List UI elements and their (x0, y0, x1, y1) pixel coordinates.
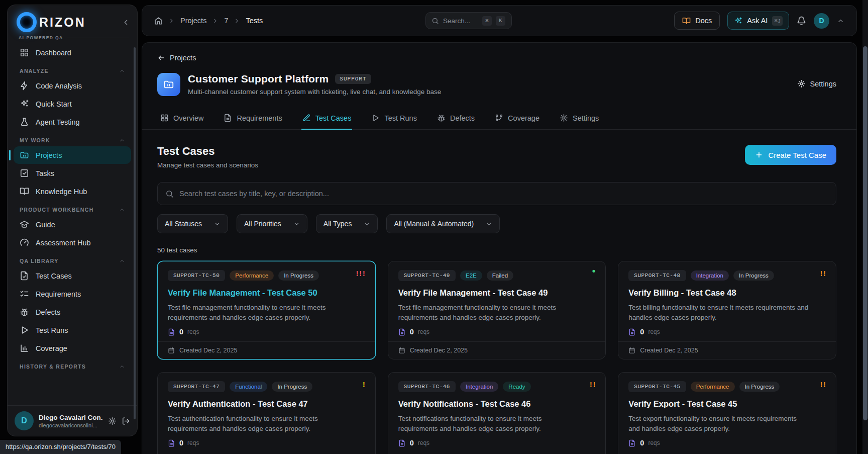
sidebar-scrollbar[interactable] (134, 47, 136, 419)
sidebar-item-projects[interactable]: Projects (14, 146, 131, 164)
case-title[interactable]: Verify Authentication - Test Case 47 (168, 399, 365, 409)
sidebar-section-qa-library[interactable]: QA LIBRARY (14, 252, 131, 266)
chevron-right-icon (212, 18, 219, 24)
case-title[interactable]: Verify File Management - Test Case 49 (398, 288, 596, 298)
test-case-card[interactable]: SUPPORT-TC-49 E2E Failed • Verify File M… (388, 261, 606, 359)
tab-requirements[interactable]: Requirements (223, 108, 283, 130)
case-key-badge: SUPPORT-TC-47 (168, 381, 225, 392)
ask-ai-label: Ask AI (747, 17, 768, 25)
filters-row: All Statuses All Priorities All Types Al… (157, 214, 836, 233)
sidebar-item-label: Quick Start (36, 100, 72, 108)
tab-test-runs[interactable]: Test Runs (370, 108, 417, 130)
logout-icon[interactable] (122, 417, 130, 425)
sidebar-item-agent-testing[interactable]: Agent Testing (14, 113, 131, 131)
header-actions: Docs Ask AI ⌘J D (674, 12, 844, 30)
created-date: Created Dec 2, 2025 (179, 347, 237, 354)
sidebar-item-quick-start[interactable]: Quick Start (14, 95, 131, 113)
sidebar-section-product-workbench[interactable]: PRODUCT WORKBENCH (14, 201, 131, 215)
test-case-card[interactable]: SUPPORT-TC-50 Performance In Progress !!… (157, 261, 376, 359)
case-type-badge: Performance (691, 382, 735, 392)
tagline: AI-POWERED QA (19, 35, 63, 40)
tab-overview[interactable]: Overview (159, 108, 204, 130)
case-type-badge: Functional (230, 382, 267, 392)
test-case-card[interactable]: SUPPORT-TC-48 Integration In Progress !!… (618, 261, 836, 359)
page-title: Test Cases (157, 145, 258, 158)
sidebar-item-dashboard[interactable]: Dashboard (14, 44, 131, 61)
case-title[interactable]: Verify Export - Test Case 45 (628, 399, 826, 409)
reqs-label: reqs (648, 328, 660, 335)
case-title[interactable]: Verify Billing - Test Case 48 (628, 288, 826, 298)
created-date: Created Dec 2, 2025 (640, 347, 698, 354)
case-description: Test notifications functionality to ensu… (398, 414, 579, 433)
global-search-input[interactable] (443, 17, 478, 25)
notifications-bell-icon[interactable] (797, 16, 806, 26)
header-avatar[interactable]: D (814, 13, 829, 29)
tagline-row: AI-POWERED QA (8, 33, 137, 42)
test-case-card[interactable]: SUPPORT-TC-46 Integration Ready !! Verif… (388, 372, 606, 454)
case-key-badge: SUPPORT-TC-45 (628, 381, 686, 392)
case-description: Test authentication functionality to ens… (168, 414, 349, 433)
back-to-projects-link[interactable]: Projects (157, 54, 196, 62)
tab-defects[interactable]: Defects (436, 108, 476, 130)
settings-gear-icon[interactable] (108, 417, 117, 425)
reqs-count: 0 (179, 439, 183, 447)
sidebar-item-assessment-hub[interactable]: Assessment Hub (14, 234, 131, 251)
global-search[interactable]: ⌘ K (425, 12, 512, 29)
reqs-count: 0 (640, 328, 644, 336)
project-key-badge: SUPPORT (335, 74, 371, 84)
test-case-card[interactable]: SUPPORT-TC-45 Performance In Progress !!… (618, 372, 836, 454)
case-title[interactable]: Verify File Management - Test Case 50 (168, 288, 365, 298)
sidebar-item-test-cases[interactable]: Test Cases (14, 267, 131, 285)
breadcrumb-projects[interactable]: Projects (180, 17, 206, 25)
sidebar-section-analyze[interactable]: ANALYZE (14, 62, 131, 76)
requirements-doc-icon (398, 439, 406, 447)
filter-types[interactable]: All Types (316, 214, 378, 233)
sidebar-section-history-reports[interactable]: HISTORY & REPORTS (14, 357, 131, 372)
sidebar-item-label: Coverage (36, 344, 67, 352)
tab-coverage[interactable]: Coverage (494, 108, 540, 130)
sidebar-collapse-button[interactable] (122, 18, 130, 27)
page-scrollbar-thumb[interactable] (863, 46, 867, 420)
section-label: QA LIBRARY (20, 258, 59, 264)
filter-priorities[interactable]: All Priorities (237, 214, 307, 233)
sidebar-item-coverage[interactable]: Coverage (14, 339, 131, 357)
filter-statuses[interactable]: All Statuses (157, 214, 228, 233)
sidebar-section-my-work[interactable]: MY WORK (14, 131, 131, 146)
reqs-label: reqs (187, 328, 199, 335)
priority-indicator: !!! (356, 269, 366, 278)
ask-ai-button[interactable]: Ask AI ⌘J (727, 12, 789, 30)
case-key-badge: SUPPORT-TC-49 (398, 270, 456, 281)
create-test-case-button[interactable]: Create Test Case (745, 145, 836, 165)
brand: RIZON (8, 5, 137, 33)
sidebar-item-test-runs[interactable]: Test Runs (14, 321, 131, 339)
sidebar: RIZON AI-POWERED QA Dashboard ANALYZE Co… (7, 5, 138, 436)
sidebar-item-code-analysis[interactable]: Code Analysis (14, 77, 131, 95)
sidebar-item-defects[interactable]: Defects (14, 303, 131, 321)
sidebar-item-tasks[interactable]: Tasks (14, 164, 131, 182)
case-description: Test export functionality to ensure it m… (628, 414, 809, 433)
chevron-up-icon[interactable] (837, 17, 844, 25)
test-case-card[interactable]: SUPPORT-TC-47 Functional In Progress ! V… (157, 372, 376, 454)
user-email: diegocavalariconsolini... (39, 422, 103, 428)
sidebar-item-label: Dashboard (36, 49, 71, 57)
home-icon[interactable] (154, 17, 163, 25)
test-case-search-input[interactable] (179, 190, 828, 198)
sidebar-item-knowledge-hub[interactable]: Knowledge Hub (14, 183, 131, 200)
filter-automation[interactable]: All (Manual & Automated) (386, 214, 500, 233)
case-status-badge: In Progress (733, 270, 774, 281)
tab-settings[interactable]: Settings (559, 108, 600, 130)
section-label: MY WORK (20, 137, 50, 143)
test-case-search[interactable] (157, 182, 836, 205)
gear-icon (797, 79, 806, 88)
sidebar-user[interactable]: D Diego Cavalari Con... diegocavalaricon… (8, 405, 137, 436)
priority-indicator: • (592, 265, 597, 277)
docs-button[interactable]: Docs (674, 12, 720, 30)
case-title[interactable]: Verify Notifications - Test Case 46 (398, 399, 596, 409)
breadcrumb-project-id[interactable]: 7 (224, 17, 228, 25)
sidebar-item-requirements[interactable]: Requirements (14, 285, 131, 303)
project-settings-button[interactable]: Settings (797, 79, 836, 88)
tab-test-cases[interactable]: Test Cases (301, 108, 353, 130)
avatar[interactable]: D (15, 411, 34, 430)
sidebar-item-guide[interactable]: Guide (14, 216, 131, 233)
chevron-up-icon (119, 258, 125, 264)
